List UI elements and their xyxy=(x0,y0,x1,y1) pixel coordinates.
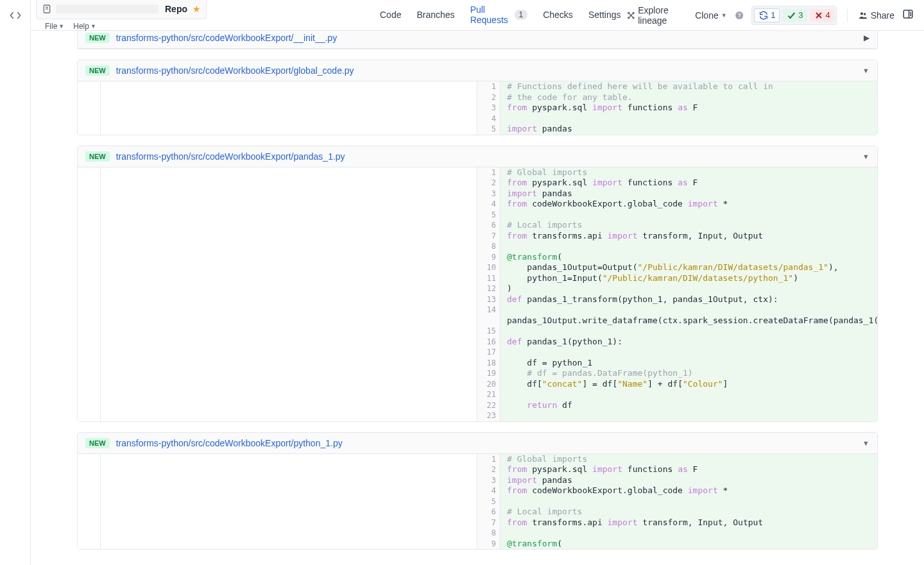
code-line: df["concat"] = df["Name"] + df["Colour"] xyxy=(501,379,877,390)
app-tab[interactable]: Repo ★ xyxy=(36,0,207,19)
line-number: 21 xyxy=(477,389,500,400)
line-number: 19 xyxy=(477,368,500,379)
code-line: # Functions defined here will be availab… xyxy=(501,81,877,92)
svg-text:?: ? xyxy=(737,12,740,19)
file-path[interactable]: transforms-python/src/codeWorkbookExport… xyxy=(116,438,343,448)
clone-button[interactable]: Clone ▼ xyxy=(695,10,727,21)
line-number: 13 xyxy=(477,294,500,305)
line-number: 2 xyxy=(477,464,500,475)
code-line: # df = pandas.DataFrame(python_1) xyxy=(501,368,877,379)
code-line: import pandas xyxy=(501,124,877,135)
menu-file[interactable]: File▼ xyxy=(41,21,68,32)
diff-block: NEWtransforms-python/src/codeWorkbookExp… xyxy=(77,432,878,550)
status-pass[interactable]: 3 xyxy=(782,9,807,22)
line-number: 14 xyxy=(477,305,500,326)
code-line: from pyspark.sql import functions as F xyxy=(501,103,877,114)
line-number: 2 xyxy=(477,92,500,103)
diff-file-header[interactable]: NEWtransforms-python/src/codeWorkbookExp… xyxy=(78,433,877,454)
line-number: 1 xyxy=(477,167,500,178)
code-line: ) xyxy=(501,283,877,294)
tab-settings[interactable]: Settings xyxy=(582,1,628,30)
line-gutter: 123456789 xyxy=(477,454,501,550)
diff-content: NEWtransforms-python/src/codeWorkbookExp… xyxy=(31,31,924,565)
code-line: def pandas_1(python_1): xyxy=(501,337,877,348)
code-line: from transforms.api import transform, In… xyxy=(501,518,877,528)
chevron-down-icon: ▼ xyxy=(721,12,727,19)
share-button[interactable]: Share xyxy=(858,10,894,21)
line-number: 4 xyxy=(477,199,500,210)
people-icon xyxy=(858,10,868,21)
code-line xyxy=(501,326,877,337)
tab-pull-requests[interactable]: Pull Requests 1 xyxy=(464,0,535,35)
star-icon[interactable]: ★ xyxy=(193,4,201,14)
diff-file-header[interactable]: NEWtransforms-python/src/codeWorkbookExp… xyxy=(78,31,877,49)
collapse-icon[interactable]: ▼ xyxy=(862,439,869,447)
tab-pull-requests-label: Pull Requests xyxy=(470,4,511,25)
tab-code[interactable]: Code xyxy=(373,1,407,30)
svg-line-10 xyxy=(629,16,631,17)
file-path[interactable]: transforms-python/src/codeWorkbookExport… xyxy=(116,151,345,162)
code-line xyxy=(501,410,877,421)
refresh-icon xyxy=(758,10,769,21)
repo-name xyxy=(56,4,158,13)
new-badge: NEW xyxy=(85,438,110,448)
code-line: # Global imports xyxy=(501,454,877,465)
status-fail[interactable]: 4 xyxy=(810,9,834,22)
svg-point-4 xyxy=(628,12,629,13)
code-line: # the code for any table. xyxy=(501,92,877,103)
tab-branches[interactable]: Branches xyxy=(410,1,461,30)
menu-help[interactable]: Help▼ xyxy=(69,21,100,32)
diff-block: NEWtransforms-python/src/codeWorkbookExp… xyxy=(77,31,878,49)
nav-tabs: Code Branches Pull Requests 1 Checks Set… xyxy=(373,0,627,35)
line-number: 9 xyxy=(477,539,500,550)
pr-count-badge: 1 xyxy=(515,10,528,20)
panel-toggle-button[interactable] xyxy=(902,8,914,22)
file-path[interactable]: transforms-python/src/codeWorkbookExport… xyxy=(116,65,354,76)
code-line xyxy=(501,496,877,507)
diff-file-header[interactable]: NEWtransforms-python/src/codeWorkbookExp… xyxy=(78,60,877,81)
code-line: def pandas_1_transform(python_1, pandas_… xyxy=(501,294,877,305)
svg-point-7 xyxy=(633,17,635,18)
svg-line-11 xyxy=(632,16,633,17)
code-line: from codeWorkbookExport.global_code impo… xyxy=(501,485,877,496)
line-number: 1 xyxy=(477,454,500,465)
expand-icon[interactable]: ▶ xyxy=(864,33,869,42)
line-number: 23 xyxy=(477,410,500,421)
svg-point-6 xyxy=(628,17,629,18)
diff-right-pane: 12345# Functions defined here will be av… xyxy=(477,81,877,135)
code-line: pandas_1Output.write_dataframe(ctx.spark… xyxy=(501,305,877,326)
collapse-icon[interactable]: ▼ xyxy=(862,67,869,74)
explore-lineage-button[interactable]: Explore lineage xyxy=(627,5,687,26)
code-line xyxy=(501,241,877,252)
line-number: 15 xyxy=(477,326,500,337)
status-refresh[interactable]: 1 xyxy=(754,8,780,22)
line-number: 3 xyxy=(477,189,500,199)
line-number: 5 xyxy=(477,210,500,221)
file-path[interactable]: transforms-python/src/codeWorkbookExport… xyxy=(116,33,337,43)
tab-checks[interactable]: Checks xyxy=(536,1,579,30)
line-number: 8 xyxy=(477,241,500,252)
code-line: from pyspark.sql import functions as F xyxy=(501,178,877,189)
line-number: 20 xyxy=(477,379,500,390)
collapse-icon[interactable]: ▼ xyxy=(862,153,869,160)
x-icon xyxy=(814,10,824,21)
line-number: 18 xyxy=(477,358,500,369)
code-outline-icon[interactable] xyxy=(9,9,22,24)
menu-bar: File▼ Help▼ xyxy=(36,21,207,32)
diff-left-pane xyxy=(78,167,477,421)
line-number: 22 xyxy=(477,400,500,411)
diff-file-header[interactable]: NEWtransforms-python/src/codeWorkbookExp… xyxy=(78,146,877,167)
line-number: 10 xyxy=(477,262,500,273)
svg-point-17 xyxy=(864,13,866,15)
line-number: 16 xyxy=(477,337,500,348)
line-number: 12 xyxy=(477,283,500,294)
repo-label: Repo xyxy=(165,4,187,14)
code-line: df = python_1 xyxy=(501,358,877,369)
help-icon[interactable]: ? xyxy=(735,10,744,21)
line-number: 5 xyxy=(477,124,500,135)
svg-point-16 xyxy=(860,12,863,15)
lineage-icon xyxy=(627,10,635,21)
code-line: from codeWorkbookExport.global_code impo… xyxy=(501,199,877,210)
code-line xyxy=(501,528,877,539)
code-line: from transforms.api import transform, In… xyxy=(501,231,877,242)
